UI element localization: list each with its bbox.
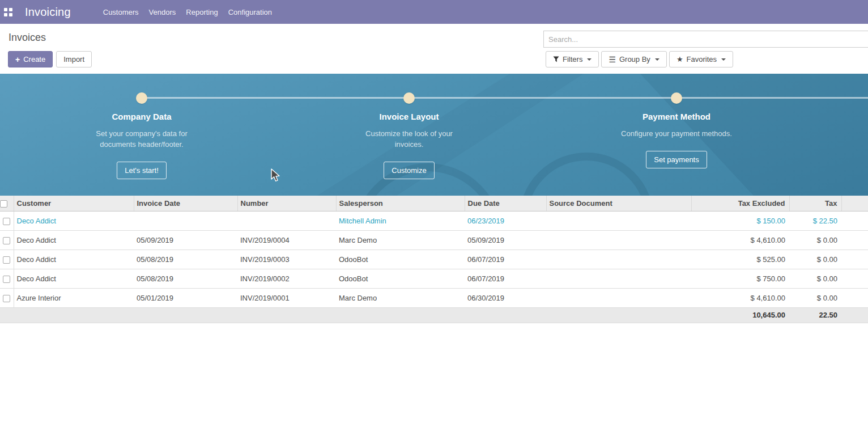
apps-grid-icon[interactable] — [4, 8, 12, 16]
column-header-salesperson[interactable]: Salesperson — [336, 196, 465, 211]
cell-due-date: 06/07/2019 — [465, 250, 546, 269]
funnel-icon — [553, 56, 559, 62]
set-payments-button[interactable]: Set payments — [646, 151, 707, 168]
row-checkbox[interactable] — [3, 256, 10, 264]
cell-tax: $ 0.00 — [789, 230, 841, 250]
column-header-tax[interactable]: Tax — [789, 196, 841, 211]
column-header-invoice-date[interactable]: Invoice Date — [134, 196, 237, 211]
invoice-row[interactable]: Deco Addict 05/09/2019 INV/2019/0004 Mar… — [0, 230, 868, 250]
group-by-button[interactable]: ☰ Group By — [601, 51, 666, 67]
cell-customer: Azure Interior — [14, 288, 134, 307]
invoice-list-table: Customer Invoice Date Number Salesperson… — [0, 196, 868, 323]
cell-invoice-date — [134, 211, 237, 230]
cell-invoice-date: 05/01/2019 — [134, 288, 237, 307]
row-checkbox[interactable] — [3, 276, 10, 283]
lets-start-button[interactable]: Let's start! — [117, 162, 167, 179]
nav-menu: Customers Vendors Reporting Configuratio… — [98, 0, 277, 24]
favorites-button[interactable]: ★ Favorites — [669, 51, 733, 67]
cell-due-date: 06/07/2019 — [465, 269, 546, 288]
select-all-cell — [0, 196, 14, 211]
onboarding-progress-line — [142, 97, 868, 99]
row-select-cell — [0, 269, 14, 288]
invoice-row[interactable]: Azure Interior 05/01/2019 INV/2019/0001 … — [0, 288, 868, 307]
cell-salesperson: OdooBot — [336, 250, 465, 269]
star-icon: ★ — [676, 56, 683, 63]
onboarding-step-dot — [403, 92, 415, 104]
cell-source-document — [546, 269, 691, 288]
nav-item-reporting[interactable]: Reporting — [181, 0, 223, 24]
import-button[interactable]: Import — [56, 51, 92, 67]
onboarding-step-dot — [136, 92, 147, 104]
cell-due-date: 06/23/2019 — [465, 211, 546, 230]
cell-customer: Deco Addict — [14, 230, 134, 250]
table-footer-row: 10,645.00 22.50 — [0, 307, 868, 323]
footer-tax-excluded-total: 10,645.00 — [691, 307, 789, 323]
top-navbar: Invoicing Customers Vendors Reporting Co… — [0, 0, 868, 24]
cell-salesperson: Marc Demo — [336, 288, 465, 307]
cell-tax: $ 0.00 — [789, 269, 841, 288]
column-header-number[interactable]: Number — [237, 196, 336, 211]
cell-tax: $ 0.00 — [789, 288, 841, 307]
row-select-cell — [0, 250, 14, 269]
nav-item-vendors[interactable]: Vendors — [144, 0, 181, 24]
step-title: Company Data — [51, 112, 232, 121]
cell-filler — [841, 211, 868, 230]
select-all-checkbox[interactable] — [0, 200, 7, 208]
filters-button[interactable]: Filters — [546, 51, 599, 67]
cell-invoice-date: 05/08/2019 — [134, 269, 237, 288]
cell-invoice-date: 05/09/2019 — [134, 230, 237, 250]
cell-number — [237, 211, 336, 230]
invoice-row[interactable]: Deco Addict Mitchell Admin 06/23/2019 $ … — [0, 211, 868, 230]
column-header-customer[interactable]: Customer — [14, 196, 134, 211]
cell-number: INV/2019/0003 — [237, 250, 336, 269]
row-checkbox[interactable] — [3, 218, 10, 225]
onboarding-step-payment-method: Payment Method Configure your payment me… — [586, 112, 767, 168]
footer-cell — [465, 307, 546, 323]
step-title: Payment Method — [586, 112, 767, 121]
header-filler — [841, 196, 868, 211]
cell-tax-excluded: $ 150.00 — [691, 211, 789, 230]
app-title[interactable]: Invoicing — [25, 6, 71, 19]
cell-filler — [841, 288, 868, 307]
row-select-cell — [0, 230, 14, 250]
apps-grid-square — [9, 13, 12, 16]
apps-grid-square — [4, 8, 7, 11]
cell-source-document — [546, 230, 691, 250]
footer-tax-total: 22.50 — [789, 307, 841, 323]
cell-source-document — [546, 211, 691, 230]
create-button[interactable]: + Create — [8, 51, 53, 67]
footer-cell — [14, 307, 134, 323]
caret-down-icon — [587, 58, 592, 61]
nav-item-configuration[interactable]: Configuration — [223, 0, 277, 24]
onboarding-banner: Company Data Set your company's data for… — [0, 74, 868, 196]
caret-down-icon — [655, 58, 659, 61]
cell-number: INV/2019/0002 — [237, 269, 336, 288]
search-input[interactable] — [543, 31, 868, 48]
cell-tax: $ 22.50 — [789, 211, 841, 230]
step-description: Customize the look of your invoices. — [357, 128, 462, 150]
step-title: Invoice Layout — [318, 112, 500, 121]
nav-item-customers[interactable]: Customers — [98, 0, 144, 24]
column-header-tax-excluded[interactable]: Tax Excluded — [691, 196, 789, 211]
cell-customer: Deco Addict — [14, 250, 134, 269]
cell-due-date: 05/09/2019 — [465, 230, 546, 250]
search-option-buttons: Filters ☰ Group By ★ Favorites — [546, 51, 733, 67]
favorites-button-label: Favorites — [687, 55, 717, 64]
footer-cell — [841, 307, 868, 323]
column-header-source-document[interactable]: Source Document — [546, 196, 691, 211]
row-checkbox[interactable] — [3, 237, 10, 244]
invoice-row[interactable]: Deco Addict 05/08/2019 INV/2019/0003 Odo… — [0, 250, 868, 269]
step-description: Set your company's data for documents he… — [90, 128, 194, 150]
footer-cell — [0, 307, 14, 323]
cell-customer: Deco Addict — [14, 269, 134, 288]
control-panel: Invoices + Create Import Filters ☰ Group… — [0, 24, 868, 74]
onboarding-step-company-data: Company Data Set your company's data for… — [51, 112, 232, 179]
column-header-due-date[interactable]: Due Date — [465, 196, 546, 211]
cell-tax-excluded: $ 750.00 — [691, 269, 789, 288]
cell-number: INV/2019/0001 — [237, 288, 336, 307]
footer-cell — [237, 307, 336, 323]
customize-button[interactable]: Customize — [384, 162, 434, 179]
invoice-row[interactable]: Deco Addict 05/08/2019 INV/2019/0002 Odo… — [0, 269, 868, 288]
row-checkbox[interactable] — [3, 295, 10, 302]
row-select-cell — [0, 288, 14, 307]
